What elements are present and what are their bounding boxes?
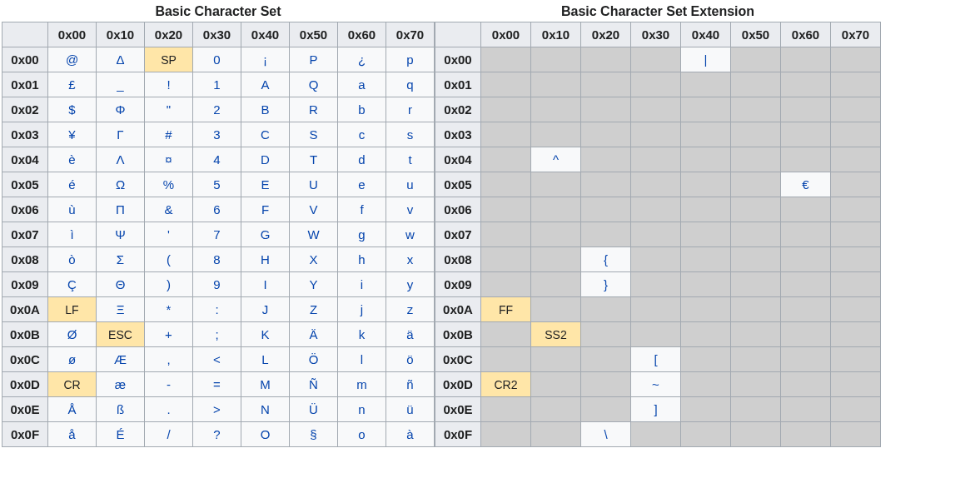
col-header: 0x40 (681, 22, 731, 47)
cell (581, 322, 631, 347)
cell (681, 397, 731, 422)
col-header: 0x60 (338, 22, 386, 47)
cell: u (386, 172, 435, 197)
cell: 3 (193, 122, 241, 147)
cell: \ (581, 422, 631, 447)
row-header: 0x0F (2, 422, 48, 447)
cell: | (681, 47, 731, 72)
cell: Z (290, 297, 338, 322)
cell (581, 222, 631, 247)
row-header: 0x07 (435, 222, 481, 247)
cell: Ç (48, 272, 97, 297)
row-header: 0x04 (435, 147, 481, 172)
cell: Π (97, 197, 145, 222)
cell: Ö (290, 347, 338, 372)
row-header: 0x00 (435, 47, 481, 72)
cell (831, 47, 881, 72)
cell (681, 172, 731, 197)
cell (731, 247, 781, 272)
cell: ä (386, 322, 435, 347)
cell (731, 347, 781, 372)
cell: % (145, 172, 193, 197)
col-header: 0x60 (781, 22, 831, 47)
cell (631, 422, 681, 447)
table-row: 0x09 } (435, 272, 881, 297)
cell: D (241, 147, 290, 172)
cell: 7 (193, 222, 241, 247)
row-header: 0x03 (2, 122, 48, 147)
row-header: 0x08 (2, 247, 48, 272)
table-row: 0x07ìΨ'7GWgw (2, 222, 435, 247)
cell: SP (145, 47, 193, 72)
cell (581, 397, 631, 422)
cell (831, 197, 881, 222)
row-header: 0x04 (2, 147, 48, 172)
cell (731, 47, 781, 72)
table-row: 0x03 (435, 122, 881, 147)
cell: Ω (97, 172, 145, 197)
table-row: 0x02 (435, 97, 881, 122)
cell (481, 397, 531, 422)
cell: ! (145, 72, 193, 97)
cell: 2 (193, 97, 241, 122)
cell: è (48, 147, 97, 172)
cell: y (386, 272, 435, 297)
row-header: 0x06 (435, 197, 481, 222)
cell: W (290, 222, 338, 247)
cell (831, 297, 881, 322)
cell (731, 147, 781, 172)
cell: 8 (193, 247, 241, 272)
ext-title: Basic Character Set Extension (435, 2, 881, 22)
cell (731, 322, 781, 347)
cell: . (145, 397, 193, 422)
cell: + (145, 322, 193, 347)
table-row: 0x08 { (435, 247, 881, 272)
table-row: 0x0C [ (435, 347, 881, 372)
cell: ESC (97, 322, 145, 347)
cell: r (386, 97, 435, 122)
cell (781, 72, 831, 97)
cell (581, 97, 631, 122)
cell: H (241, 247, 290, 272)
row-header: 0x0B (2, 322, 48, 347)
table-row: 0x04èΛ¤4DTdt (2, 147, 435, 172)
cell (731, 172, 781, 197)
col-header: 0x70 (831, 22, 881, 47)
cell: i (338, 272, 386, 297)
cell (581, 72, 631, 97)
cell (831, 147, 881, 172)
table-row: 0x07 (435, 222, 881, 247)
cell: > (193, 397, 241, 422)
cell (681, 72, 731, 97)
cell: Y (290, 272, 338, 297)
cell (831, 347, 881, 372)
table-row: 0x0FåÉ/?O§oà (2, 422, 435, 447)
table-row: 0x03¥Γ#3CScs (2, 122, 435, 147)
cell: Γ (97, 122, 145, 147)
cell: J (241, 297, 290, 322)
cell (781, 197, 831, 222)
table-row: 0x09ÇΘ)9IYiy (2, 272, 435, 297)
table-row: 0x02$Φ"2BRbr (2, 97, 435, 122)
cell (631, 47, 681, 72)
cell: É (97, 422, 145, 447)
row-header: 0x01 (2, 72, 48, 97)
cell (631, 147, 681, 172)
cell: v (386, 197, 435, 222)
corner-cell (435, 22, 481, 47)
cell: d (338, 147, 386, 172)
row-header: 0x07 (2, 222, 48, 247)
col-header: 0x50 (290, 22, 338, 47)
cell (531, 247, 581, 272)
cell: LF (48, 297, 97, 322)
cell: & (145, 197, 193, 222)
cell: = (193, 372, 241, 397)
cell (481, 247, 531, 272)
cell (531, 372, 581, 397)
cell: / (145, 422, 193, 447)
row-header: 0x09 (435, 272, 481, 297)
cell: SS2 (531, 322, 581, 347)
cell: æ (97, 372, 145, 397)
cell (781, 422, 831, 447)
cell: [ (631, 347, 681, 372)
